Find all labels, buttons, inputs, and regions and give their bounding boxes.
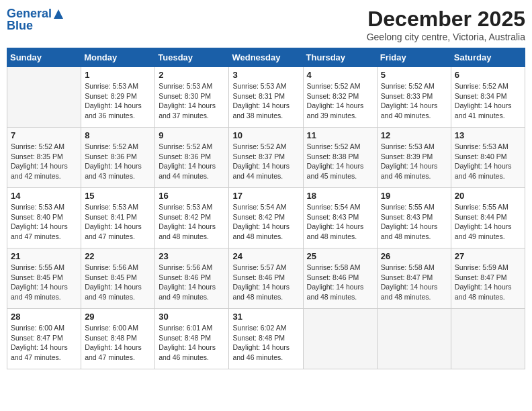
day-number: 27 xyxy=(455,251,521,261)
calendar-cell: 29Sunrise: 6:00 AMSunset: 8:48 PMDayligh… xyxy=(81,309,155,369)
day-info: Sunrise: 5:52 AMSunset: 8:35 PMDaylight:… xyxy=(11,142,77,181)
calendar-cell: 20Sunrise: 5:55 AMSunset: 8:44 PMDayligh… xyxy=(451,188,525,248)
day-number: 18 xyxy=(307,191,373,201)
day-info: Sunrise: 5:55 AMSunset: 8:45 PMDaylight:… xyxy=(11,263,77,302)
calendar-header-monday: Monday xyxy=(81,48,155,67)
day-info: Sunrise: 6:00 AMSunset: 8:48 PMDaylight:… xyxy=(85,323,151,363)
day-number: 19 xyxy=(381,191,447,201)
calendar-header-row: SundayMondayTuesdayWednesdayThursdayFrid… xyxy=(7,48,525,67)
day-number: 14 xyxy=(11,191,77,201)
day-info: Sunrise: 5:52 AMSunset: 8:38 PMDaylight:… xyxy=(307,142,373,181)
day-number: 6 xyxy=(455,70,521,80)
calendar-cell: 7Sunrise: 5:52 AMSunset: 8:35 PMDaylight… xyxy=(7,128,81,188)
svg-marker-0 xyxy=(54,9,63,19)
day-info: Sunrise: 5:53 AMSunset: 8:29 PMDaylight:… xyxy=(85,81,151,121)
calendar-cell: 30Sunrise: 6:01 AMSunset: 8:48 PMDayligh… xyxy=(155,309,229,369)
calendar-cell: 10Sunrise: 5:52 AMSunset: 8:37 PMDayligh… xyxy=(229,128,303,188)
day-number: 5 xyxy=(381,70,447,80)
day-info: Sunrise: 5:52 AMSunset: 8:36 PMDaylight:… xyxy=(159,142,225,181)
day-number: 10 xyxy=(232,130,299,140)
calendar-cell: 13Sunrise: 5:53 AMSunset: 8:40 PMDayligh… xyxy=(451,128,525,188)
day-info: Sunrise: 5:59 AMSunset: 8:47 PMDaylight:… xyxy=(455,263,521,302)
calendar-header-saturday: Saturday xyxy=(451,48,525,67)
day-number: 28 xyxy=(11,312,77,322)
day-info: Sunrise: 5:54 AMSunset: 8:42 PMDaylight:… xyxy=(232,202,299,242)
day-number: 30 xyxy=(159,312,225,322)
calendar-week-row: 14Sunrise: 5:53 AMSunset: 8:40 PMDayligh… xyxy=(7,188,525,248)
day-number: 9 xyxy=(159,130,225,140)
day-info: Sunrise: 5:53 AMSunset: 8:42 PMDaylight:… xyxy=(159,202,225,242)
day-info: Sunrise: 5:54 AMSunset: 8:43 PMDaylight:… xyxy=(307,202,373,242)
logo-blue-text: Blue xyxy=(7,19,64,33)
day-number: 13 xyxy=(455,130,521,140)
day-number: 15 xyxy=(85,191,151,201)
calendar-cell: 23Sunrise: 5:56 AMSunset: 8:46 PMDayligh… xyxy=(155,248,229,309)
day-number: 1 xyxy=(85,70,151,80)
day-info: Sunrise: 5:58 AMSunset: 8:46 PMDaylight:… xyxy=(307,263,373,302)
day-info: Sunrise: 5:52 AMSunset: 8:34 PMDaylight:… xyxy=(455,81,521,121)
day-number: 12 xyxy=(381,130,447,140)
day-number: 25 xyxy=(307,251,373,261)
day-info: Sunrise: 5:53 AMSunset: 8:40 PMDaylight:… xyxy=(11,202,77,242)
logo: General Blue xyxy=(7,7,64,33)
calendar-cell xyxy=(303,309,377,369)
calendar-cell: 1Sunrise: 5:53 AMSunset: 8:29 PMDaylight… xyxy=(81,67,155,128)
calendar-week-row: 21Sunrise: 5:55 AMSunset: 8:45 PMDayligh… xyxy=(7,248,525,309)
day-info: Sunrise: 5:52 AMSunset: 8:37 PMDaylight:… xyxy=(232,142,299,181)
calendar-header-wednesday: Wednesday xyxy=(229,48,303,67)
day-number: 7 xyxy=(11,130,77,140)
day-info: Sunrise: 5:52 AMSunset: 8:32 PMDaylight:… xyxy=(307,81,373,121)
calendar-cell: 11Sunrise: 5:52 AMSunset: 8:38 PMDayligh… xyxy=(303,128,377,188)
day-info: Sunrise: 5:52 AMSunset: 8:36 PMDaylight:… xyxy=(85,142,151,181)
calendar-cell: 19Sunrise: 5:55 AMSunset: 8:43 PMDayligh… xyxy=(377,188,451,248)
calendar-cell: 14Sunrise: 5:53 AMSunset: 8:40 PMDayligh… xyxy=(7,188,81,248)
location-text: Geelong city centre, Victoria, Australia xyxy=(367,32,525,42)
calendar-header-sunday: Sunday xyxy=(7,48,81,67)
calendar-cell: 25Sunrise: 5:58 AMSunset: 8:46 PMDayligh… xyxy=(303,248,377,309)
calendar-cell: 21Sunrise: 5:55 AMSunset: 8:45 PMDayligh… xyxy=(7,248,81,309)
day-info: Sunrise: 5:53 AMSunset: 8:31 PMDaylight:… xyxy=(232,81,299,121)
logo-icon xyxy=(52,8,64,20)
calendar-cell: 24Sunrise: 5:57 AMSunset: 8:46 PMDayligh… xyxy=(229,248,303,309)
day-info: Sunrise: 6:00 AMSunset: 8:47 PMDaylight:… xyxy=(11,323,77,363)
day-number: 24 xyxy=(232,251,299,261)
calendar-cell: 28Sunrise: 6:00 AMSunset: 8:47 PMDayligh… xyxy=(7,309,81,369)
calendar-cell xyxy=(7,67,81,128)
calendar-cell: 27Sunrise: 5:59 AMSunset: 8:47 PMDayligh… xyxy=(451,248,525,309)
calendar-week-row: 7Sunrise: 5:52 AMSunset: 8:35 PMDaylight… xyxy=(7,128,525,188)
day-info: Sunrise: 5:53 AMSunset: 8:30 PMDaylight:… xyxy=(159,81,225,121)
day-number: 4 xyxy=(307,70,373,80)
calendar-cell: 4Sunrise: 5:52 AMSunset: 8:32 PMDaylight… xyxy=(303,67,377,128)
calendar-cell: 22Sunrise: 5:56 AMSunset: 8:45 PMDayligh… xyxy=(81,248,155,309)
day-number: 29 xyxy=(85,312,151,322)
title-section: December 2025 Geelong city centre, Victo… xyxy=(367,7,525,42)
day-number: 21 xyxy=(11,251,77,261)
day-number: 8 xyxy=(85,130,151,140)
calendar-table: SundayMondayTuesdayWednesdayThursdayFrid… xyxy=(7,48,525,369)
calendar-header-friday: Friday xyxy=(377,48,451,67)
calendar-cell: 16Sunrise: 5:53 AMSunset: 8:42 PMDayligh… xyxy=(155,188,229,248)
day-info: Sunrise: 5:57 AMSunset: 8:46 PMDaylight:… xyxy=(232,263,299,302)
day-number: 31 xyxy=(232,312,299,322)
calendar-cell: 9Sunrise: 5:52 AMSunset: 8:36 PMDaylight… xyxy=(155,128,229,188)
day-info: Sunrise: 5:56 AMSunset: 8:45 PMDaylight:… xyxy=(85,263,151,302)
page-header: General Blue December 2025 Geelong city … xyxy=(7,7,525,42)
calendar-cell: 6Sunrise: 5:52 AMSunset: 8:34 PMDaylight… xyxy=(451,67,525,128)
day-info: Sunrise: 5:53 AMSunset: 8:39 PMDaylight:… xyxy=(381,142,447,181)
day-number: 11 xyxy=(307,130,373,140)
calendar-cell: 31Sunrise: 6:02 AMSunset: 8:48 PMDayligh… xyxy=(229,309,303,369)
day-info: Sunrise: 5:55 AMSunset: 8:43 PMDaylight:… xyxy=(381,202,447,242)
calendar-cell: 3Sunrise: 5:53 AMSunset: 8:31 PMDaylight… xyxy=(229,67,303,128)
day-number: 23 xyxy=(159,251,225,261)
calendar-cell: 2Sunrise: 5:53 AMSunset: 8:30 PMDaylight… xyxy=(155,67,229,128)
calendar-cell: 12Sunrise: 5:53 AMSunset: 8:39 PMDayligh… xyxy=(377,128,451,188)
calendar-header-thursday: Thursday xyxy=(303,48,377,67)
calendar-cell: 5Sunrise: 5:52 AMSunset: 8:33 PMDaylight… xyxy=(377,67,451,128)
day-info: Sunrise: 5:53 AMSunset: 8:40 PMDaylight:… xyxy=(455,142,521,181)
calendar-cell: 15Sunrise: 5:53 AMSunset: 8:41 PMDayligh… xyxy=(81,188,155,248)
day-number: 16 xyxy=(159,191,225,201)
day-info: Sunrise: 5:56 AMSunset: 8:46 PMDaylight:… xyxy=(159,263,225,302)
day-number: 17 xyxy=(232,191,299,201)
calendar-week-row: 1Sunrise: 5:53 AMSunset: 8:29 PMDaylight… xyxy=(7,67,525,128)
day-info: Sunrise: 6:01 AMSunset: 8:48 PMDaylight:… xyxy=(159,323,225,363)
